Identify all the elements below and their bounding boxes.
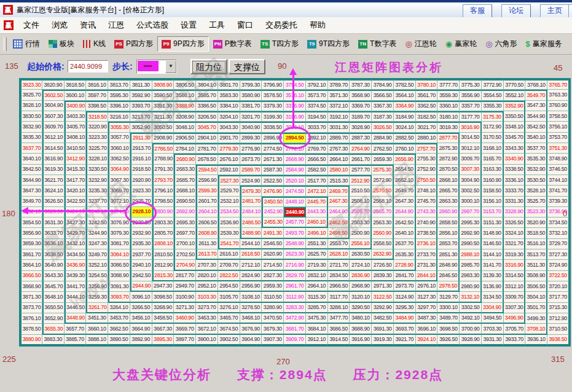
grid-cell: 3266.50 — [130, 303, 152, 313]
grid-cell: 3525.70 — [525, 197, 547, 207]
start-price-label: 起始价格: — [27, 61, 65, 73]
toolbar-item-t-table[interactable]: TNT数字表 — [354, 36, 401, 52]
grid-cell: 3720.10 — [547, 281, 570, 292]
grid-cell: 3712.90 — [547, 313, 570, 324]
chevron-down-icon[interactable]: ▼ — [165, 60, 176, 73]
grid-cell: 3290.50 — [350, 303, 372, 313]
resistance-button[interactable]: 阻力位 — [190, 59, 227, 74]
toolbar-item-winner-service[interactable]: $赢家服务 — [521, 36, 566, 52]
grid-cell: 3460.90 — [174, 313, 196, 324]
grid-cell: 2520.10 — [284, 175, 306, 186]
grid-cell: 3868.90 — [20, 281, 42, 292]
grid-cell: 2841.70 — [394, 271, 416, 281]
grid-cell: 3148.90 — [482, 228, 504, 238]
toolbar-item-kline[interactable]: K线 — [79, 36, 110, 52]
grid-cell: 3643.30 — [42, 271, 65, 281]
grid-cell: 3271.30 — [174, 303, 196, 313]
menu-item-news[interactable]: 资讯 — [74, 20, 102, 31]
grid-cell: 2959.30 — [262, 281, 284, 292]
menu-item-window[interactable]: 窗口 — [231, 20, 259, 31]
grid-cell: 3477.70 — [328, 313, 350, 324]
title-button-home[interactable]: 主页 — [540, 4, 570, 18]
toolbar-item-winner-wheel[interactable]: ◉赢家轮 — [441, 36, 481, 52]
grid-cell: 3009.70 — [460, 154, 482, 164]
toolbar-item-quotes[interactable]: 行情 — [9, 36, 44, 52]
grid-cell: 3074.50 — [108, 207, 130, 218]
grid-cell: 2601.70 — [196, 197, 218, 207]
menu-item-gann[interactable]: 江恩 — [102, 20, 130, 31]
toolbar-item-label: P数字表 — [225, 39, 252, 49]
grid-cell: 2757.70 — [416, 143, 438, 154]
grid-cell: 3748.90 — [547, 154, 570, 164]
grid-cell: 3213.70 — [130, 111, 152, 122]
title-bar-button-partial[interactable] — [568, 4, 572, 18]
status-resistance: 压力：2928点 — [353, 367, 443, 382]
menu-item-settings[interactable]: 设置 — [174, 20, 203, 31]
grid-cell: 3206.50 — [196, 111, 218, 122]
toolbar-item-t-square[interactable]: TST四方形 — [256, 36, 303, 52]
grid-cell: 3616.90 — [42, 154, 65, 164]
toolbar-item-9p-square[interactable]: P99P四方形 — [157, 36, 209, 52]
grid-cell: 2916.10 — [130, 154, 152, 164]
toolbar-item-hexagon[interactable]: ◎六角形 — [481, 36, 521, 52]
step-dropdown-field — [159, 60, 165, 73]
grid-cell: 3292.90 — [372, 303, 394, 313]
grid-cell: 2582.50 — [306, 165, 328, 175]
grid-cell: 2606.50 — [196, 218, 218, 228]
grid-cell: 3453.70 — [108, 313, 130, 324]
toolbar-item-p-square[interactable]: PSP四方形 — [110, 36, 157, 52]
grid-cell: 3566.50 — [372, 90, 394, 100]
grid-cell: 3472.90 — [284, 313, 306, 324]
grid-cell: 2882.50 — [394, 133, 416, 143]
grid-cell: 2700.10 — [174, 239, 196, 249]
grid-cell: 2472.10 — [306, 186, 328, 196]
menu-item-browse[interactable]: 浏览 — [45, 20, 74, 31]
toolbar-grip[interactable] — [4, 37, 7, 51]
grid-cell: 3328.90 — [504, 207, 526, 218]
grid-cell: 2906.50 — [174, 133, 196, 143]
grid-cell: 3624.10 — [42, 186, 65, 196]
grid-cell: 3091.30 — [108, 281, 130, 292]
toolbar-item-9t-square[interactable]: T99T四方形 — [303, 36, 354, 52]
grid-cell: 3482.50 — [372, 313, 394, 324]
toolbar-item-p-table[interactable]: PNP数字表 — [209, 36, 256, 52]
grid-cell: 2995.30 — [460, 218, 482, 228]
grid-cell: 2829.70 — [284, 271, 306, 281]
grid-cell: 2584.90 — [284, 165, 306, 175]
grid-cell: 3360.10 — [437, 101, 460, 111]
grid-cell: 3739.30 — [547, 197, 570, 207]
step-dropdown[interactable]: ▼ — [136, 60, 177, 74]
grid-cell: 3388.90 — [174, 101, 196, 111]
grid-cell: 3468.10 — [240, 313, 262, 324]
grid-cell: 3352.90 — [504, 101, 526, 111]
title-button-service[interactable]: 客服 — [463, 4, 492, 18]
grid-cell: 2992.90 — [460, 228, 482, 238]
start-price-input[interactable] — [68, 60, 108, 73]
grid-cell: 2899.30 — [240, 133, 262, 143]
grid-cell: 3120.10 — [350, 292, 372, 302]
grid-cell: 2496.10 — [306, 228, 328, 238]
menu-item-tools[interactable]: 工具 — [203, 20, 231, 31]
toolbar-item-sectors[interactable]: 板块 — [44, 36, 79, 52]
grid-cell: 2904.10 — [196, 133, 218, 143]
grid-cell: 3432.10 — [65, 239, 87, 249]
menu-item-formula-pick[interactable]: 公式选股 — [130, 20, 174, 31]
toolbar: 行情板块K线PSP四方形P99P四方形PNP数字表TST四方形T99T四方形TN… — [0, 34, 572, 55]
menu-item-trade[interactable]: 交易委托 — [259, 20, 304, 31]
grid-cell: 2776.90 — [240, 143, 262, 154]
menu-item-help[interactable]: 帮助 — [304, 20, 332, 31]
menu-item-file[interactable]: 文件 — [17, 20, 45, 31]
toolbar-item-label: 行情 — [25, 39, 40, 49]
title-button-forum[interactable]: 论坛 — [501, 4, 531, 18]
grid-cell: 3422.50 — [65, 197, 87, 207]
grid-cell: 2484.10 — [240, 207, 262, 218]
toolbar-item-gann-wheel[interactable]: ◎江恩轮 — [401, 36, 441, 52]
grid-cell: 3864.10 — [20, 260, 42, 270]
support-button[interactable]: 支撑位 — [229, 59, 265, 74]
grid-cell: 3136.90 — [482, 281, 504, 292]
grid-cell: 2839.30 — [372, 271, 394, 281]
grid-cell: 2589.70 — [240, 165, 262, 175]
grid-cell: 2860.90 — [437, 207, 460, 218]
grid-cell: 3710.50 — [547, 324, 570, 334]
grid-cell: 3549.70 — [525, 90, 547, 100]
